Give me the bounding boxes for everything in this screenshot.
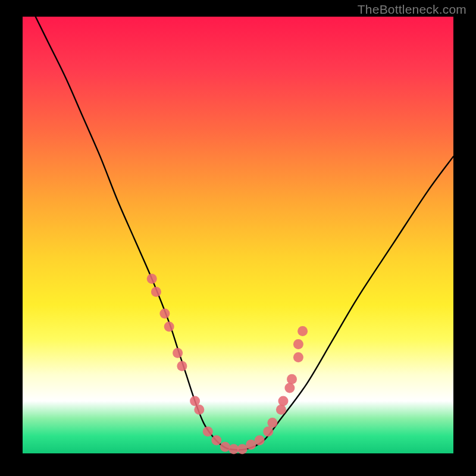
chart-marker bbox=[173, 348, 183, 358]
chart-marker bbox=[151, 287, 161, 297]
chart-marker bbox=[159, 309, 170, 319]
chart-marker bbox=[190, 396, 200, 406]
chart-marker bbox=[293, 339, 303, 349]
chart-marker bbox=[278, 396, 289, 406]
chart-marker bbox=[220, 442, 230, 452]
chart-marker bbox=[177, 361, 187, 371]
chart-svg bbox=[23, 17, 453, 453]
bottleneck-curve bbox=[36, 17, 453, 450]
chart-marker bbox=[164, 322, 174, 332]
chart-markers bbox=[147, 274, 308, 454]
chart-marker bbox=[255, 436, 265, 446]
chart-marker bbox=[194, 405, 204, 415]
watermark-text: TheBottleneck.com bbox=[358, 2, 466, 17]
chart-marker bbox=[147, 274, 157, 284]
chart-marker bbox=[246, 440, 256, 450]
chart-marker bbox=[211, 436, 221, 446]
chart-marker bbox=[263, 427, 273, 437]
chart-marker bbox=[287, 374, 297, 384]
chart-marker bbox=[298, 326, 308, 336]
chart-marker bbox=[293, 352, 303, 362]
chart-marker bbox=[284, 383, 295, 393]
chart-marker bbox=[237, 444, 248, 454]
chart-marker bbox=[267, 418, 277, 428]
chart-marker bbox=[276, 405, 286, 415]
chart-plot-area bbox=[23, 17, 453, 453]
chart-frame: TheBottleneck.com bbox=[0, 0, 476, 476]
chart-marker bbox=[203, 427, 213, 437]
